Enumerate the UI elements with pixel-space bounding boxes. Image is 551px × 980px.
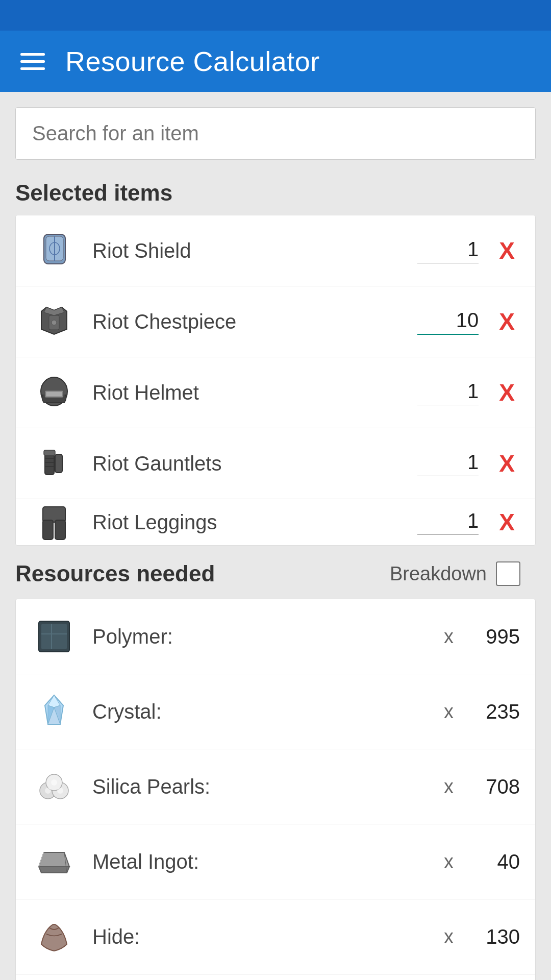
remove-button[interactable]: X [494, 239, 520, 262]
item-name: Riot Leggings [92, 511, 402, 534]
svg-point-5 [52, 320, 57, 325]
riot-chestpiece-icon [31, 299, 77, 345]
quantity-input[interactable] [417, 380, 479, 405]
resource-quantity: 708 [479, 775, 520, 798]
resource-quantity: 130 [479, 925, 520, 948]
quantity-input[interactable] [417, 309, 479, 335]
resource-name: Polymer: [92, 625, 429, 648]
resources-card: Polymer: x 995 Crystal: x 235 [15, 599, 536, 980]
resource-name: Hide: [92, 925, 429, 948]
svg-rect-17 [55, 520, 65, 540]
resource-multiplier: x [444, 776, 454, 798]
selected-items-card: Riot Shield X Riot Chestpiece X [15, 215, 536, 546]
item-name: Riot Chestpiece [92, 310, 402, 333]
main-content: Selected items Riot Shield X [0, 92, 551, 980]
quantity-input[interactable] [417, 238, 479, 263]
app-title: Resource Calculator [65, 45, 320, 77]
resources-title: Resources needed [15, 561, 215, 586]
crystal-icon [31, 689, 77, 734]
table-row: Riot Leggings X [16, 499, 535, 545]
resource-name: Metal Ingot: [92, 850, 429, 873]
svg-point-31 [57, 788, 63, 794]
resource-multiplier: x [444, 701, 454, 723]
breakdown-checkbox[interactable] [496, 561, 520, 586]
quantity-input[interactable] [417, 451, 479, 476]
table-row: Riot Helmet X [16, 357, 535, 428]
remove-button[interactable]: X [494, 310, 520, 333]
list-item: Fiber: x 54 [16, 974, 535, 980]
menu-button[interactable] [20, 53, 45, 70]
remove-button[interactable]: X [494, 510, 520, 534]
svg-rect-11 [44, 450, 55, 455]
list-item: Hide: x 130 [16, 899, 535, 974]
quantity-input[interactable] [417, 509, 479, 535]
remove-button[interactable]: X [494, 381, 520, 404]
app-bar: Resource Calculator [0, 31, 551, 92]
silica-pearls-icon [31, 764, 77, 810]
search-container [15, 107, 536, 160]
remove-button[interactable]: X [494, 452, 520, 475]
resource-name: Silica Pearls: [92, 775, 429, 798]
selected-items-label: Selected items [15, 180, 536, 206]
item-name: Riot Shield [92, 239, 402, 262]
list-item: Metal Ingot: x 40 [16, 824, 535, 899]
resource-multiplier: x [444, 851, 454, 873]
table-row: Riot Gauntlets X [16, 428, 535, 499]
resource-multiplier: x [444, 626, 454, 648]
svg-rect-10 [55, 454, 62, 473]
svg-rect-8 [46, 391, 62, 397]
hide-icon [31, 914, 77, 960]
resource-multiplier: x [444, 926, 454, 948]
resource-quantity: 40 [479, 850, 520, 873]
resource-quantity: 995 [479, 625, 520, 648]
riot-shield-icon [31, 228, 77, 274]
list-item: Silica Pearls: x 708 [16, 749, 535, 824]
resources-header: Resources needed Breakdown [15, 546, 536, 599]
metal-ingot-icon [31, 839, 77, 885]
breakdown-container: Breakdown [390, 561, 520, 586]
item-name: Riot Gauntlets [92, 452, 402, 475]
breakdown-label: Breakdown [390, 563, 487, 585]
list-item: Crystal: x 235 [16, 674, 535, 749]
svg-point-30 [45, 788, 51, 794]
table-row: Riot Chestpiece X [16, 286, 535, 357]
riot-gauntlets-icon [31, 440, 77, 486]
resource-quantity: 235 [479, 700, 520, 723]
resource-name: Crystal: [92, 700, 429, 723]
svg-point-32 [51, 779, 57, 786]
list-item: Polymer: x 995 [16, 599, 535, 674]
polymer-icon [31, 614, 77, 659]
item-name: Riot Helmet [92, 381, 402, 404]
status-bar [0, 0, 551, 31]
svg-rect-16 [43, 520, 53, 540]
table-row: Riot Shield X [16, 215, 535, 286]
riot-helmet-icon [31, 370, 77, 415]
riot-leggings-icon [31, 499, 77, 545]
search-input[interactable] [32, 122, 519, 145]
svg-rect-19 [41, 624, 67, 649]
